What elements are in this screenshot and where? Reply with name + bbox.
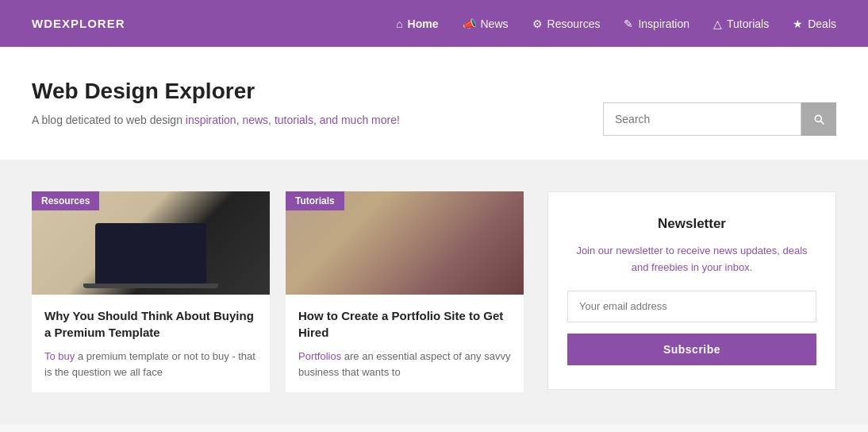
card-1-image: Resources [32, 191, 270, 295]
card-2-title: How to Create a Portfolio Site to Get Hi… [298, 307, 511, 341]
tutorials-icon: △ [713, 17, 722, 30]
nav-resources[interactable]: ⚙ Resources [532, 17, 601, 30]
card-2-image: Tutorials [286, 191, 524, 295]
card-2-excerpt: Portfolios are an essential aspect of an… [298, 349, 511, 380]
hero-section: Web Design Explorer A blog deticated to … [0, 47, 868, 160]
card-1-body: Why You Should Think About Buying a Prem… [32, 295, 270, 392]
card-1-badge: Resources [32, 191, 99, 210]
hero-text: Web Design Explorer A blog deticated to … [32, 79, 400, 126]
card-2-badge: Tutorials [286, 191, 344, 210]
newsletter-title: Newsletter [567, 216, 816, 232]
subscribe-button[interactable]: Subscribe [567, 334, 816, 365]
cards-row: Resources Why You Should Think About Buy… [32, 191, 524, 392]
header: WDEXPLORER ⌂ Home 📣 News ⚙ Resources ✎ I… [0, 0, 868, 47]
logo: WDEXPLORER [32, 17, 125, 30]
gear-icon: ⚙ [532, 17, 543, 30]
card-2-body: How to Create a Portfolio Site to Get Hi… [286, 295, 524, 392]
newsletter-box: Newsletter Join our newsletter to receiv… [547, 191, 836, 390]
nav-home[interactable]: ⌂ Home [396, 17, 438, 30]
cards-column: Resources Why You Should Think About Buy… [32, 191, 524, 392]
inspiration-icon: ✎ [624, 17, 633, 30]
nav: ⌂ Home 📣 News ⚙ Resources ✎ Inspiration … [396, 17, 836, 30]
search-input[interactable] [603, 102, 801, 136]
sidebar: Newsletter Join our newsletter to receiv… [547, 191, 836, 392]
search-button[interactable] [801, 102, 836, 136]
email-input[interactable] [567, 291, 816, 322]
search-box [603, 102, 836, 136]
nav-inspiration[interactable]: ✎ Inspiration [624, 17, 689, 30]
star-icon: ★ [793, 17, 803, 30]
hero-subtitle: A blog deticated to web design inspirati… [32, 114, 400, 126]
nav-news[interactable]: 📣 News [463, 17, 509, 30]
nav-tutorials[interactable]: △ Tutorials [713, 17, 769, 30]
news-icon: 📣 [463, 17, 476, 30]
card-1-excerpt: To buy a premium template or not to buy … [44, 349, 257, 380]
main-content: Resources Why You Should Think About Buy… [0, 160, 868, 424]
card-tutorials: Tutorials How to Create a Portfolio Site… [286, 191, 524, 392]
page-title: Web Design Explorer [32, 79, 400, 104]
card-resources: Resources Why You Should Think About Buy… [32, 191, 270, 392]
home-icon: ⌂ [396, 17, 402, 30]
nav-deals[interactable]: ★ Deals [793, 17, 836, 30]
newsletter-desc: Join our newsletter to receive news upda… [567, 243, 816, 276]
card-1-title: Why You Should Think About Buying a Prem… [44, 307, 257, 341]
search-icon [812, 113, 825, 125]
